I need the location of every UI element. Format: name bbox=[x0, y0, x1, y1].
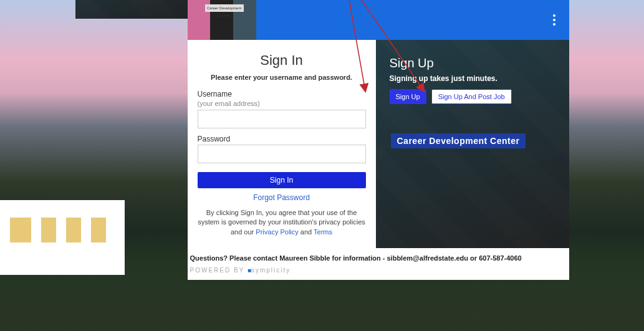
signup-panel: Sign Up Signing up takes just minutes. S… bbox=[376, 40, 569, 248]
signup-button-row: Sign Up Sign Up And Post Job bbox=[390, 89, 555, 104]
username-input[interactable] bbox=[198, 110, 366, 128]
signup-post-job-button[interactable]: Sign Up And Post Job bbox=[431, 89, 512, 104]
signup-button[interactable]: Sign Up bbox=[390, 89, 426, 104]
powered-pre: POWERED BY bbox=[190, 267, 248, 274]
username-label: Username bbox=[198, 90, 366, 98]
forgot-password-link[interactable]: Forgot Password bbox=[198, 193, 366, 202]
signin-button[interactable]: Sign In bbox=[198, 172, 366, 188]
terms-text: By clicking Sign In, you agree that your… bbox=[198, 208, 366, 237]
cdc-badge: Career Development Center bbox=[391, 133, 526, 148]
app-shell: Career Development Center Sign In Please… bbox=[188, 0, 569, 331]
signin-intro: Please enter your username and password. bbox=[198, 74, 366, 81]
username-hint: (your email address) bbox=[198, 100, 366, 107]
contact-line: Questions? Please contact Maureen Sibble… bbox=[188, 248, 569, 264]
signin-panel: Sign In Please enter your username and p… bbox=[188, 40, 376, 248]
terms-and: and bbox=[300, 228, 314, 236]
password-input[interactable] bbox=[198, 145, 366, 163]
powered-by: POWERED BY ■symplicity bbox=[188, 264, 569, 280]
signup-title: Sign Up bbox=[390, 56, 555, 70]
password-label: Password bbox=[198, 135, 366, 143]
signin-title: Sign In bbox=[198, 52, 366, 69]
logo-caption: Career Development Center bbox=[205, 4, 244, 12]
powered-brand: symplicity bbox=[251, 267, 291, 274]
terms-link[interactable]: Terms bbox=[314, 228, 332, 236]
kebab-menu-icon[interactable] bbox=[547, 12, 562, 27]
bg-building-right bbox=[75, 0, 188, 19]
signup-sub: Signing up takes just minutes. bbox=[390, 74, 555, 83]
bg-building-left bbox=[0, 200, 125, 275]
footer-bar: Questions? Please contact Maureen Sibble… bbox=[188, 248, 569, 280]
logo[interactable]: Career Development Center bbox=[188, 0, 256, 40]
topbar: Career Development Center bbox=[188, 0, 569, 40]
panels: Sign In Please enter your username and p… bbox=[188, 40, 569, 248]
privacy-link[interactable]: Privacy Policy bbox=[256, 228, 298, 236]
